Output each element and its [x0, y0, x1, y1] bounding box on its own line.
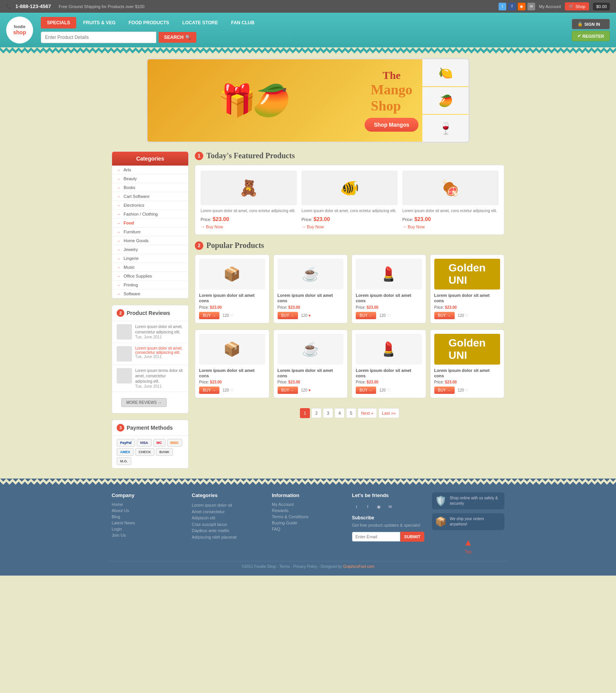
popular-likes-7: 120 ♡: [379, 388, 390, 392]
category-software[interactable]: →Software: [112, 290, 188, 298]
buy-btn-8[interactable]: BUY →: [434, 387, 455, 394]
footer-email-icon[interactable]: ✉: [385, 502, 395, 511]
popular-row-2: 📦 Lorem ipsum dolor sit amet cons Price:…: [195, 330, 504, 398]
popular-price-4: Price: $23.00: [434, 305, 500, 310]
featured-buy-1[interactable]: → Buy Now: [201, 224, 297, 229]
payment-methods-section: 3 Payment Methods PayPal VISA MC DISC AM…: [112, 420, 189, 469]
ship-icon: 📦: [435, 516, 447, 527]
footer-rewards[interactable]: Rewards: [272, 508, 344, 513]
cart-button[interactable]: 🛒 Shop: [565, 2, 589, 10]
review-img-1: [117, 324, 132, 340]
featured-item-2: 🐠 Lorem ipsum dolor sit amet, cons ectet…: [301, 171, 398, 229]
category-beauty[interactable]: →Beauty: [112, 174, 188, 183]
featured-buy-2[interactable]: → Buy Now: [301, 224, 398, 229]
category-furniture[interactable]: →Furniture: [112, 228, 188, 236]
rss-icon[interactable]: ◉: [518, 3, 526, 10]
buy-btn-4[interactable]: BUY →: [434, 312, 455, 319]
footer-join[interactable]: Join Us: [112, 533, 184, 537]
search-input[interactable]: [41, 32, 156, 43]
featured-buy-3[interactable]: → Buy Now: [402, 224, 499, 229]
category-office-supplies[interactable]: →Office Supplies: [112, 272, 188, 281]
amex-icon: AMEX: [117, 448, 134, 456]
nav-locate-store[interactable]: LOCATE STORE: [176, 17, 224, 28]
site-logo[interactable]: foodie shop: [6, 17, 33, 44]
category-music[interactable]: →Music: [112, 263, 188, 272]
shop-mangos-button[interactable]: Shop Mangos: [365, 118, 418, 132]
nav-fan-club[interactable]: FAN CLUB: [225, 17, 261, 28]
featured-item-1: 🧸 Lorem ipsum dolor sit amet, cons ectet…: [201, 171, 297, 229]
hero-left: 🎁 🥭: [147, 59, 361, 142]
category-lingerie[interactable]: →Lingerie: [112, 254, 188, 263]
facebook-icon[interactable]: f: [508, 3, 516, 10]
page-2[interactable]: 2: [311, 408, 321, 418]
graphics-fuel-link[interactable]: GraphicsFuel.com: [343, 564, 374, 569]
buy-btn-2[interactable]: BUY →: [278, 312, 298, 319]
footer-faq[interactable]: FAQ: [272, 527, 344, 531]
page-1[interactable]: 1: [300, 408, 310, 418]
main-content: Categories →Arts →Beauty →Books →Cart So…: [108, 151, 508, 475]
more-reviews-button[interactable]: MORE REVIEWS →: [121, 398, 167, 407]
hero-banner: 🎁 🥭 The Mango Shop Shop Mangos 🍋 🥭 🍷: [146, 58, 470, 143]
bank-icon: BANK: [156, 448, 173, 456]
featured-img-2: 🐠: [301, 171, 398, 205]
category-food[interactable]: →Food: [112, 219, 188, 228]
popular-item-4: GoldenUNI Lorem ipsum dolor sit amet con…: [430, 254, 505, 323]
subscribe-button[interactable]: SUBMIT: [400, 532, 424, 542]
footer-social: Let's be friends t f ◉ ✉ Subscribe Get f…: [352, 492, 424, 557]
popular-title-3: Lorem ipsum dolor sit amet cons: [356, 293, 422, 304]
category-home-goods[interactable]: →Home Goods: [112, 236, 188, 245]
search-button[interactable]: SEARCH 🔍: [159, 32, 196, 43]
category-books[interactable]: →Books: [112, 183, 188, 192]
footer-news[interactable]: Latest News: [112, 521, 184, 525]
footer-about[interactable]: About Us: [112, 508, 184, 513]
footer-terms[interactable]: Terms & Conditions: [272, 514, 344, 519]
email-input[interactable]: [352, 532, 400, 542]
nav-specials[interactable]: SPECIALS: [41, 17, 76, 28]
popular-price-3: Price: $23.00: [356, 305, 422, 310]
footer-facebook-icon[interactable]: f: [363, 502, 372, 511]
category-arts[interactable]: →Arts: [112, 166, 188, 174]
footer-my-account[interactable]: My Account: [272, 502, 344, 507]
page-5[interactable]: 5: [346, 408, 356, 418]
footer-company: Company Home About Us Blog Latest News L…: [112, 492, 184, 557]
popular-title-1: Lorem ipsum dolor sit amet cons: [199, 293, 265, 304]
page-last[interactable]: Last »»: [378, 408, 399, 418]
footer-twitter-icon[interactable]: t: [352, 502, 361, 511]
page-3[interactable]: 3: [323, 408, 333, 418]
buy-btn-1[interactable]: BUY →: [199, 312, 219, 319]
category-electronics[interactable]: →Electronics: [112, 201, 188, 210]
hero-thumb-lemon: 🍋: [422, 59, 469, 86]
footer-buying[interactable]: Buying Guide: [272, 521, 344, 525]
review-item-2: Lorem ipsum dolor sit amet, consectetur …: [112, 343, 188, 365]
nav-food-products[interactable]: FOOD PRODUCTS: [122, 17, 175, 28]
buy-btn-6[interactable]: BUY →: [278, 387, 298, 394]
paypal-icon: PayPal: [117, 439, 135, 447]
twitter-icon[interactable]: t: [499, 3, 506, 10]
category-printing[interactable]: →Printing: [112, 281, 188, 290]
footer-blog[interactable]: Blog: [112, 514, 184, 519]
footer-home[interactable]: Home: [112, 502, 184, 507]
back-to-top[interactable]: ▲ Top: [432, 534, 504, 557]
buy-btn-3[interactable]: BUY →: [356, 312, 376, 319]
email-icon[interactable]: ✉: [527, 3, 535, 10]
register-button[interactable]: ✔ REGISTER: [572, 31, 610, 41]
category-fashion[interactable]: →Fashion / Clothing: [112, 210, 188, 219]
category-jewelry[interactable]: →Jewelry: [112, 245, 188, 254]
footer-login[interactable]: Login: [112, 527, 184, 531]
popular-likes-6: 120 ♥: [301, 388, 311, 392]
mango-icon: 🥭: [252, 82, 291, 119]
hero-thumb-wine: 🍷: [422, 115, 469, 142]
products-area: 1 Today's Featured Products 🧸 Lorem ipsu…: [195, 151, 504, 475]
footer-rss-icon[interactable]: ◉: [374, 502, 383, 511]
review-link-2[interactable]: Lorem ipsum dolor sit amet, consectetur …: [135, 346, 184, 355]
buy-btn-7[interactable]: BUY →: [356, 387, 376, 394]
sign-in-button[interactable]: 🔒 SIGN IN: [572, 19, 610, 29]
shield-icon: 🛡️: [435, 495, 447, 506]
page-next[interactable]: Next »: [358, 408, 377, 418]
page-4[interactable]: 4: [335, 408, 345, 418]
nav-fruits[interactable]: FRUITS & VEG: [77, 17, 122, 28]
category-cart-software[interactable]: →Cart Software: [112, 192, 188, 201]
buy-btn-5[interactable]: BUY →: [199, 387, 219, 394]
popular-img-4: GoldenUNI: [434, 259, 500, 290]
my-account-link[interactable]: My Account: [539, 4, 561, 9]
